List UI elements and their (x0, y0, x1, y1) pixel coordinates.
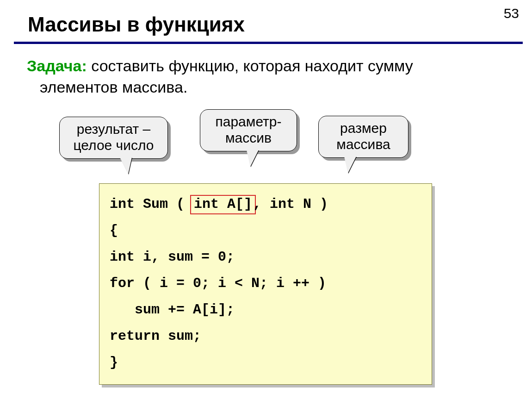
code-line-1: int Sum ( int A[], int N ) (110, 191, 421, 218)
code-block: int Sum ( int A[], int N ) { int i, sum … (99, 183, 432, 385)
callout-array-param: параметр- массив (200, 109, 297, 151)
callout-array-size: размер массива (318, 116, 408, 158)
slide-title: Массивы в функциях (28, 13, 245, 36)
code-line-5: sum += A[i]; (110, 297, 421, 323)
title-underline (14, 42, 523, 44)
code-text: int Sum ( (110, 196, 193, 212)
callout-line: массив (209, 130, 288, 146)
callout-tail-icon (120, 157, 132, 174)
task-label: Задача: (27, 57, 87, 75)
code-line-7: } (110, 350, 421, 376)
task-description: Задача: составить функцию, которая наход… (27, 56, 509, 98)
callout-line: целое число (68, 137, 159, 153)
task-text-2: элементов массива. (27, 78, 187, 96)
callout-line: результат – (68, 121, 159, 137)
code-line-4: for ( i = 0; i < N; i ++ ) (110, 270, 421, 297)
callout-tail-icon (344, 156, 356, 173)
page-number: 53 (504, 6, 519, 21)
code-line-2: { (110, 218, 421, 244)
code-text: , int N ) (253, 196, 328, 212)
callout-tail-icon (247, 150, 259, 167)
callout-line: массива (327, 136, 400, 152)
code-highlight-box: int A[] (190, 195, 256, 214)
callout-line: размер (327, 120, 400, 136)
callout-result-integer: результат – целое число (59, 117, 168, 159)
code-line-6: return sum; (110, 323, 421, 350)
task-text-1: составить функцию, которая находит сумму (87, 57, 413, 75)
callout-line: параметр- (209, 113, 288, 130)
code-line-3: int i, sum = 0; (110, 244, 421, 270)
